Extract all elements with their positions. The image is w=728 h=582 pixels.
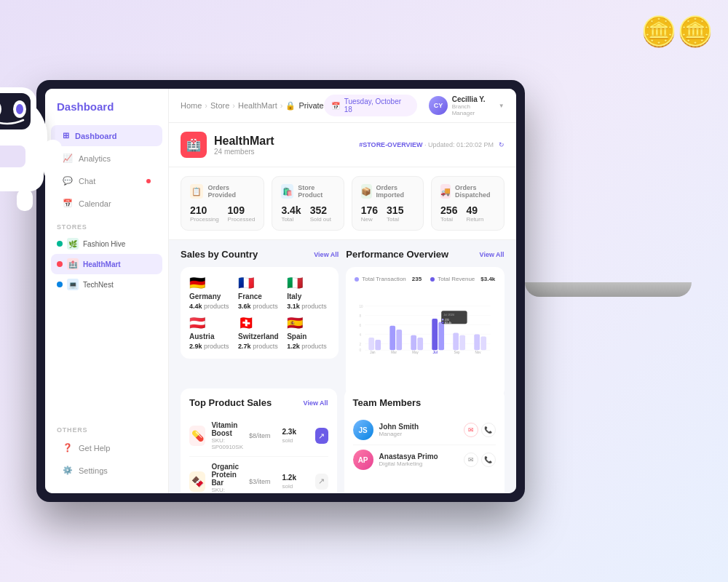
svg-text:10: 10 — [360, 305, 364, 308]
member-actions-1: ✉ 📞 — [464, 453, 496, 467]
sidebar-item-analytics[interactable]: 📈 Analytics — [51, 148, 162, 169]
stat-sublabel-1-0: Total — [281, 216, 301, 223]
member-role-1: Digital Marketing — [379, 461, 458, 467]
stores-section-title: STORES — [45, 215, 168, 234]
stat-values-0: 210 Processing 109 Processed — [190, 204, 255, 223]
svg-point-38 — [442, 322, 444, 324]
product-arrow-0[interactable]: ↗ — [315, 428, 328, 444]
stat-number-2-0: 176 — [361, 204, 378, 216]
product-sku-1: SKU: SP00910SK — [211, 487, 243, 493]
product-name-1: Organic Protein Bar — [211, 463, 243, 487]
dashboard-icon: ⊞ — [63, 131, 69, 140]
lock-icon: 🔒 — [285, 101, 296, 111]
stat-icon-2: 📦 — [361, 184, 372, 199]
calendar-small-icon: 📅 — [331, 102, 340, 110]
svg-point-6 — [16, 104, 23, 114]
member-call-button-1[interactable]: 📞 — [481, 453, 496, 467]
avatar: CY — [429, 96, 447, 115]
performance-section-title: Performance Overview — [346, 249, 448, 260]
svg-rect-40 — [454, 332, 459, 350]
italy-flag: 🇮🇹 — [287, 276, 307, 290]
stat-icon-3: 🚚 — [440, 184, 451, 199]
sidebar-item-dashboard[interactable]: ⊞ Dashboard — [51, 125, 162, 146]
body-panels: Sales by Country View All 🇩🇪 Germany 4.4… — [169, 240, 516, 388]
stat-sublabel-3-1: Return — [466, 216, 483, 223]
chart-legend: Total Transaction 235 Total Revenue $3.4… — [355, 276, 495, 282]
store-item-fashion-hive[interactable]: 🌿 Fashion Hive — [45, 234, 168, 254]
sales-by-country-panel: Sales by Country View All 🇩🇪 Germany 4.4… — [181, 249, 339, 380]
store-icon-fashion: 🌿 — [67, 238, 79, 250]
country-item-italy: 🇮🇹 Italy 3.1k products — [287, 276, 330, 310]
svg-point-3 — [0, 100, 1, 118]
product-price-1: $3/item — [249, 478, 271, 485]
products-section-title: Top Product Sales — [189, 397, 272, 408]
store-name: HealthMart — [214, 135, 274, 148]
store-icon-tech: 💻 — [67, 279, 79, 290]
svg-rect-42 — [475, 334, 480, 350]
member-name-0: John Smith — [379, 423, 458, 431]
coin-decoration: 🪙🪙 — [641, 15, 713, 49]
member-email-button-0[interactable]: ✉ — [464, 423, 478, 437]
stat-values-3: 256 Total 49 Return — [440, 204, 495, 223]
spain-flag: 🇪🇸 — [287, 316, 307, 330]
sidebar-item-chat[interactable]: 💬 Chat — [51, 170, 162, 191]
member-call-button-0[interactable]: 📞 — [481, 423, 496, 437]
breadcrumb-home[interactable]: Home — [181, 101, 202, 110]
svg-text:6: 6 — [360, 324, 362, 327]
breadcrumb-sep2: › — [232, 101, 235, 110]
stat-card-orders-dispatched: 🚚 Orders Dispatched 256 Total 49 Return — [431, 176, 505, 231]
topbar: Home › Store › HealthMart › 🔒 Private 📅 … — [169, 89, 516, 123]
svg-rect-29 — [397, 330, 403, 350]
sidebar-item-help[interactable]: ❓ Get Help — [51, 437, 162, 458]
sidebar-label-help: Get Help — [79, 444, 110, 453]
help-icon: ❓ — [63, 443, 73, 453]
stat-icon-1: 🛍️ — [281, 184, 293, 199]
sales-view-all-button[interactable]: View All — [314, 251, 339, 258]
laptop-base — [525, 282, 692, 297]
stat-header-0: 📋 Orders Provided — [190, 184, 255, 199]
stat-val-1-1: 352 Sold out — [310, 204, 331, 223]
sidebar-item-calendar[interactable]: 📅 Calendar — [51, 193, 162, 214]
svg-text:Jul: Jul — [433, 351, 438, 354]
user-badge[interactable]: CY Cecillia Y. Branch Manager ▼ — [429, 95, 504, 116]
store-item-technest[interactable]: 💻 TechNest — [45, 274, 168, 295]
stat-label-0: Orders Provided — [207, 184, 255, 199]
legend-value-revenue: $3.4k — [480, 276, 495, 282]
member-avatar-0: JS — [353, 420, 373, 440]
product-item-1: 🍫 Organic Protein Bar SKU: SP00910SK $3/… — [189, 457, 328, 493]
product-arrow-1[interactable]: ↗ — [315, 474, 328, 490]
refresh-icon[interactable]: ↻ — [499, 141, 505, 148]
breadcrumb-store[interactable]: Store — [210, 101, 229, 110]
breadcrumb-healthmart[interactable]: HealthMart — [238, 101, 277, 110]
product-item-0: 💊 Vitamin Boost SKU: SP00910SK $8/item 2… — [189, 415, 328, 457]
stat-val-2-1: 315 Total — [387, 204, 403, 223]
france-name: France — [238, 292, 281, 300]
country-item-switzerland: 🇨🇭 Switzerland 2.7k products — [238, 316, 281, 350]
stat-val-3-0: 256 Total — [440, 204, 457, 223]
sidebar-item-settings[interactable]: ⚙️ Settings — [51, 460, 162, 481]
member-name-1: Anastasya Primo — [379, 453, 458, 461]
stat-label-1: Store Product — [298, 184, 334, 199]
store-title-area: 🏥 HealthMart 24 members — [181, 132, 274, 158]
sidebar-label-chat: Chat — [79, 177, 95, 186]
svg-rect-31 — [418, 338, 424, 350]
store-header: 🏥 HealthMart 24 members #STORE-OVERVIEW … — [169, 123, 516, 167]
products-view-all-button[interactable]: View All — [304, 399, 328, 407]
store-item-healthmart[interactable]: 🏥 HealthMart — [51, 254, 162, 274]
member-email-button-1[interactable]: ✉ — [464, 453, 478, 467]
store-meta: #STORE-OVERVIEW · Updated: 01:20:02 PM ↻ — [359, 141, 504, 148]
product-sku-0: SKU: SP00910SK — [211, 437, 243, 450]
user-name: Cecillia Y. — [452, 95, 494, 103]
germany-name: Germany — [189, 292, 232, 300]
stat-val-2-0: 176 New — [361, 204, 378, 223]
stat-number-2-1: 315 — [387, 204, 403, 216]
store-dot-health — [57, 261, 63, 267]
performance-view-all-button[interactable]: View All — [480, 251, 505, 258]
svg-text:May: May — [413, 351, 419, 354]
store-name-area: HealthMart 24 members — [214, 135, 274, 156]
italy-products: 3.1k products — [287, 303, 330, 310]
stat-icon-0: 📋 — [190, 184, 203, 199]
svg-point-36 — [442, 319, 444, 321]
breadcrumb-private: Private — [298, 101, 323, 110]
chat-notification-dot — [146, 179, 151, 183]
